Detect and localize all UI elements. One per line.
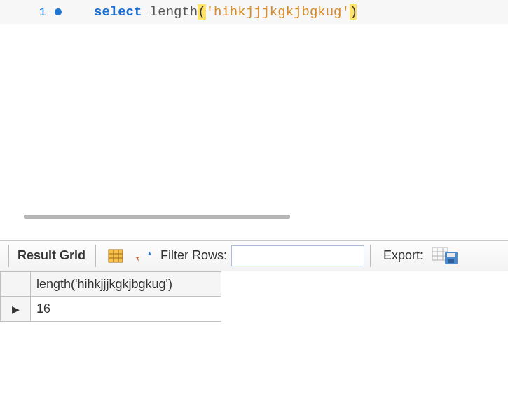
cell-value: 16 bbox=[36, 302, 50, 316]
open-paren: ( bbox=[198, 4, 205, 20]
results-toolbar: Result Grid Filter Rows: Export: bbox=[0, 240, 508, 271]
refresh-icon[interactable] bbox=[135, 248, 152, 264]
current-row-indicator-icon: ▶ bbox=[12, 304, 20, 315]
text-cursor bbox=[357, 4, 357, 20]
svg-rect-0 bbox=[109, 250, 123, 262]
sql-string: 'hihkjjjkgkjbgkug' bbox=[206, 4, 350, 20]
whitespace bbox=[142, 4, 149, 20]
export-icon[interactable] bbox=[432, 248, 460, 264]
grid-view-icon[interactable] bbox=[107, 248, 124, 264]
results-header-row: length('hihkjjjkgkjbgkug') bbox=[0, 271, 508, 297]
code-text[interactable]: select length('hihkjjjkgkjbgkug') bbox=[70, 4, 508, 20]
export-label: Export: bbox=[383, 248, 423, 263]
editor-gutter: 1 bbox=[0, 6, 70, 19]
separator bbox=[370, 245, 371, 267]
results-grid[interactable]: length('hihkjjjkgkjbgkug') ▶ 16 bbox=[0, 271, 508, 322]
editor-horizontal-scrollbar[interactable] bbox=[24, 215, 290, 220]
sql-keyword: select bbox=[94, 4, 142, 20]
separator bbox=[95, 245, 96, 267]
code-line[interactable]: 1 select length('hihkjjjkgkjbgkug') bbox=[0, 0, 508, 24]
sql-function: length bbox=[150, 4, 198, 20]
column-header[interactable]: length('hihkjjjkgkjbgkug') bbox=[31, 271, 221, 297]
filter-rows-label: Filter Rows: bbox=[160, 248, 227, 263]
line-number: 1 bbox=[39, 6, 46, 19]
result-grid-label: Result Grid bbox=[18, 248, 85, 263]
filter-rows-input[interactable] bbox=[231, 245, 364, 266]
table-row[interactable]: ▶ 16 bbox=[0, 297, 508, 322]
cell[interactable]: 16 bbox=[31, 297, 221, 322]
pane-divider[interactable] bbox=[0, 223, 508, 240]
scrollbar-thumb[interactable] bbox=[24, 215, 290, 219]
sql-editor[interactable]: 1 select length('hihkjjjkgkjbgkug') bbox=[0, 0, 508, 210]
column-header-label: length('hihkjjjkgkjbgkug') bbox=[36, 277, 172, 292]
breakpoint-dot-icon[interactable] bbox=[55, 8, 62, 15]
svg-rect-11 bbox=[447, 253, 455, 257]
corner-cell[interactable] bbox=[0, 271, 31, 297]
separator bbox=[8, 245, 9, 267]
row-header[interactable]: ▶ bbox=[0, 297, 31, 322]
svg-rect-12 bbox=[448, 259, 454, 263]
